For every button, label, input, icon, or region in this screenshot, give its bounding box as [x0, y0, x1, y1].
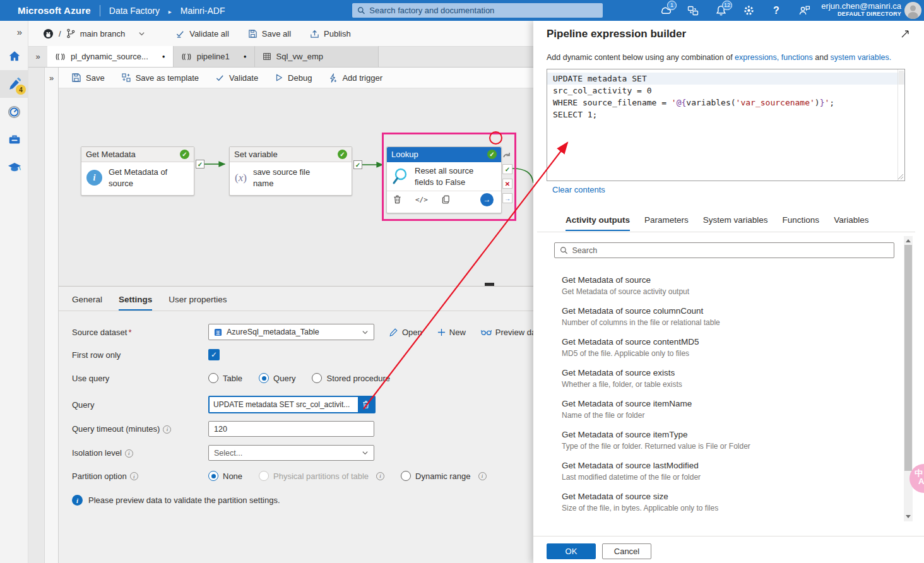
sidebar-item-manage[interactable]: [0, 126, 28, 153]
expand-panel-button[interactable]: [900, 29, 910, 39]
nav-expand-toggle[interactable]: »: [0, 21, 28, 42]
save-button[interactable]: Save: [71, 73, 105, 83]
cloud-status-button[interactable]: 1: [659, 4, 672, 17]
partition-none-radio[interactable]: None: [208, 471, 242, 481]
query-timeout-input[interactable]: 120: [208, 421, 374, 437]
home-icon: [8, 49, 21, 63]
tab-user-properties[interactable]: User properties: [169, 295, 227, 311]
validate-all-button[interactable]: Validate all: [175, 29, 229, 39]
tab-settings[interactable]: Settings: [119, 295, 152, 311]
avatar[interactable]: [904, 2, 921, 19]
clear-contents-link[interactable]: Clear contents: [552, 185, 605, 194]
clear-query-button[interactable]: [358, 397, 374, 412]
switch-context-button[interactable]: [687, 4, 699, 17]
clone-activity-button[interactable]: [442, 195, 450, 204]
activities-expand-toggle[interactable]: »: [45, 68, 58, 83]
output-item[interactable]: Get Metadata of source Get Metadata of s…: [562, 275, 890, 296]
output-item[interactable]: Get Metadata of source contentMD5 MD5 of…: [562, 337, 890, 358]
tab-pipeline1[interactable]: pipeline1 ●: [174, 46, 255, 67]
activity-lookup[interactable]: Lookup ✓ Reset all sourcefields to False…: [386, 146, 502, 213]
breadcrumb-factory[interactable]: Mainri-ADF: [181, 6, 225, 16]
go-to-activity-button[interactable]: →: [480, 193, 494, 206]
use-query-stored-procedure-radio[interactable]: Stored procedure: [312, 373, 389, 383]
trigger-lightning-icon: [328, 73, 338, 83]
add-trigger-button[interactable]: Add trigger: [328, 73, 382, 83]
output-item[interactable]: Get Metadata of source itemName Name of …: [562, 399, 890, 420]
activity-set-variable[interactable]: Set variable ✓ (x) save source filename: [229, 146, 352, 196]
global-search-input[interactable]: [369, 6, 598, 15]
output-item[interactable]: Get Metadata of source itemType Type of …: [562, 430, 890, 451]
redo-port-icon[interactable]: [502, 150, 512, 160]
author-count-badge: 4: [16, 85, 26, 95]
output-item[interactable]: Get Metadata of source columnCount Numbe…: [562, 306, 890, 327]
resize-grip-icon[interactable]: [897, 174, 904, 180]
tab-general[interactable]: General: [72, 295, 102, 311]
query-expression-value[interactable]: UPDATE metadata SET src_col_activit...: [210, 397, 358, 412]
partition-dynamic-radio[interactable]: Dynamic rangei: [401, 471, 486, 481]
view-code-button[interactable]: </>: [415, 196, 428, 204]
tab-variables[interactable]: Variables: [834, 215, 868, 231]
sidebar-item-monitor[interactable]: [0, 98, 28, 126]
validate-button[interactable]: Validate: [215, 73, 258, 83]
use-query-table-radio[interactable]: Table: [208, 373, 242, 383]
output-item[interactable]: Get Metadata of source lastModified Last…: [562, 461, 890, 482]
notifications-button[interactable]: 12: [714, 4, 727, 17]
tab-parameters[interactable]: Parameters: [644, 215, 689, 231]
isolation-level-dropdown[interactable]: Select...: [208, 445, 374, 461]
feedback-button[interactable]: [798, 4, 810, 17]
help-button[interactable]: ?: [770, 4, 783, 17]
tabs-expand-toggle[interactable]: »: [28, 46, 47, 67]
system-variables-link[interactable]: system variables.: [831, 53, 892, 62]
delete-activity-button[interactable]: [393, 195, 401, 204]
sidebar-item-learning[interactable]: [0, 153, 28, 181]
tab-pl-dynamic-source[interactable]: pl_dynamic_source... ●: [47, 46, 174, 67]
scrollbar-thumb[interactable]: [904, 245, 912, 471]
expressions-functions-link[interactable]: expressions, functions: [735, 53, 813, 62]
ok-button[interactable]: OK: [547, 543, 596, 559]
connector-checkbox[interactable]: ✓: [353, 160, 362, 169]
save-all-button[interactable]: Save all: [248, 29, 291, 39]
left-navigation: » 4: [0, 21, 28, 563]
branch-selector[interactable]: / main branch: [42, 28, 145, 40]
on-failure-port[interactable]: ✕: [502, 179, 512, 189]
sidebar-item-author[interactable]: 4: [0, 70, 28, 98]
tab-sql-vw-emp[interactable]: Sql_vw_emp: [255, 46, 379, 67]
isolation-level-label: Isolation leveli: [72, 448, 208, 458]
activity-get-metadata[interactable]: Get Metadata ✓ i Get Metadata ofsource: [81, 146, 194, 196]
output-item[interactable]: Get Metadata of source exists Whether a …: [562, 368, 890, 389]
tab-functions[interactable]: Functions: [783, 215, 820, 231]
info-icon: i: [376, 472, 384, 480]
editor-scrollbar[interactable]: [897, 69, 904, 181]
chevron-down-icon: [362, 449, 369, 456]
tab-system-variables[interactable]: System variables: [703, 215, 768, 231]
first-row-only-checkbox[interactable]: ✓: [208, 349, 220, 360]
connector-checkbox[interactable]: ✓: [196, 160, 204, 169]
azure-brand[interactable]: Microsoft Azure: [18, 5, 91, 16]
publish-button[interactable]: Publish: [310, 29, 351, 39]
scroll-down-arrow[interactable]: [906, 515, 911, 518]
account-info[interactable]: erjun.chen@mainri.ca DEFAULT DIRECTORY: [821, 2, 901, 18]
outputs-search-input[interactable]: [572, 246, 889, 255]
sidebar-item-home[interactable]: [0, 42, 28, 70]
source-dataset-value: AzureSql_metadata_Table: [227, 328, 319, 336]
scroll-up-arrow[interactable]: [906, 239, 911, 242]
source-dataset-dropdown[interactable]: AzureSql_metadata_Table: [208, 324, 374, 340]
output-item[interactable]: Get Metadata of source size Size of the …: [562, 492, 890, 513]
query-expression-field[interactable]: UPDATE metadata SET src_col_activit...: [208, 396, 376, 413]
outputs-search-box[interactable]: [554, 242, 894, 258]
use-query-query-radio[interactable]: Query: [259, 373, 295, 383]
breadcrumb-app[interactable]: Data Factory: [109, 6, 160, 16]
partition-note: i Please preview data to validate the pa…: [72, 495, 280, 506]
open-dataset-button[interactable]: Open: [389, 328, 422, 337]
cancel-button[interactable]: Cancel: [602, 543, 651, 559]
expression-editor[interactable]: UPDATE metadata SET src_col_activity = 0…: [547, 69, 905, 181]
save-as-template-button[interactable]: Save as template: [121, 73, 199, 83]
tab-activity-outputs[interactable]: Activity outputs: [566, 215, 630, 231]
on-success-port[interactable]: ✓: [502, 164, 512, 174]
debug-button[interactable]: Debug: [275, 73, 312, 83]
global-search-box[interactable]: [352, 3, 603, 18]
settings-button[interactable]: [742, 4, 755, 17]
plus-icon: [437, 328, 446, 336]
new-dataset-button[interactable]: New: [437, 328, 466, 337]
on-completion-port[interactable]: →: [502, 193, 512, 203]
